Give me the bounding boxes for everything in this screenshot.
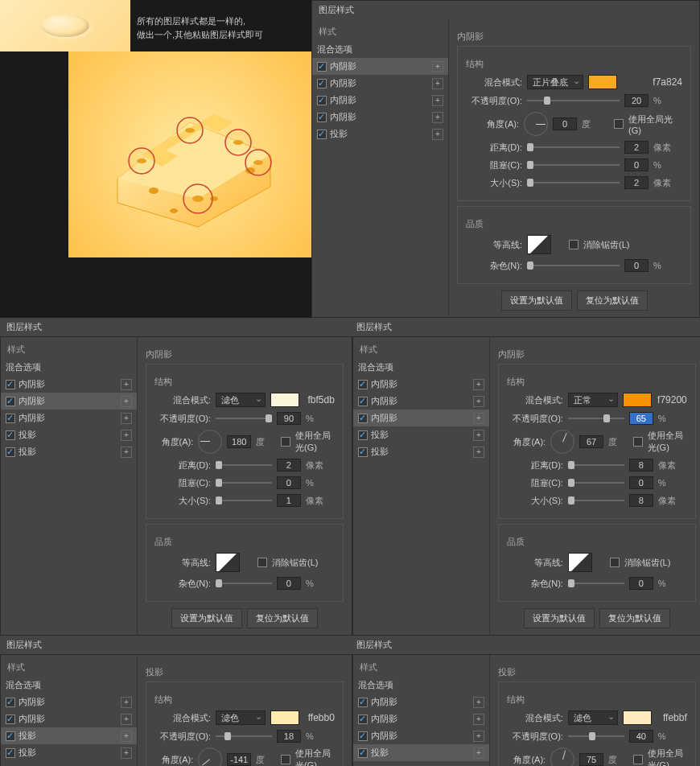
color-swatch[interactable] — [270, 710, 299, 725]
opacity-input[interactable] — [629, 412, 653, 425]
size-input[interactable] — [624, 176, 649, 189]
style-item-innerShadow[interactable]: 内阴影 + — [312, 109, 448, 126]
distance-slider[interactable] — [527, 142, 620, 153]
blend-options-row[interactable]: 混合选项 — [1, 677, 137, 694]
noise-input[interactable] — [624, 259, 649, 272]
add-effect-icon[interactable]: + — [473, 747, 484, 759]
checkbox-icon[interactable] — [317, 130, 327, 139]
contour-picker[interactable] — [527, 235, 551, 254]
style-item-dropShadow[interactable]: 投影 + — [1, 443, 137, 460]
style-item-innerShadow[interactable]: 内阴影 + — [1, 410, 137, 426]
make-default-button[interactable]: 设置为默认值 — [524, 608, 595, 628]
checkbox-icon[interactable] — [6, 380, 15, 389]
style-item-dropShadow[interactable]: 投影 + — [1, 426, 137, 443]
angle-dial[interactable] — [198, 430, 222, 454]
checkbox-icon[interactable] — [6, 447, 15, 457]
style-item-dropShadow[interactable]: 投影 + — [353, 744, 489, 761]
style-item-dropShadow[interactable]: 投影 + — [353, 426, 489, 443]
color-swatch[interactable] — [623, 710, 652, 725]
noise-input[interactable] — [277, 577, 301, 590]
add-effect-icon[interactable]: + — [121, 714, 132, 725]
blend-mode-select[interactable]: 滤色 — [216, 710, 266, 725]
blend-mode-select[interactable]: 正常 — [568, 393, 618, 407]
style-item-innerShadow[interactable]: 内阴影 + — [312, 75, 448, 92]
style-item-innerShadow[interactable]: 内阴影 + — [312, 92, 448, 109]
distance-input[interactable] — [629, 459, 653, 472]
opacity-input[interactable] — [629, 730, 653, 743]
contour-picker[interactable] — [216, 553, 240, 572]
add-effect-icon[interactable]: + — [473, 731, 484, 742]
global-light-checkbox[interactable] — [281, 437, 290, 447]
angle-input[interactable] — [227, 753, 251, 766]
checkbox-icon[interactable] — [6, 748, 15, 758]
add-effect-icon[interactable]: + — [432, 112, 443, 123]
add-effect-icon[interactable]: + — [121, 430, 132, 441]
style-item-innerShadow[interactable]: 内阴影 + — [1, 376, 137, 393]
add-effect-icon[interactable]: + — [121, 379, 132, 390]
noise-slider[interactable] — [216, 578, 272, 589]
checkbox-icon[interactable] — [358, 698, 368, 707]
reset-default-button[interactable]: 复位为默认值 — [247, 608, 318, 628]
checkbox-icon[interactable] — [317, 113, 327, 122]
add-effect-icon[interactable]: + — [432, 61, 443, 72]
checkbox-icon[interactable] — [6, 715, 15, 724]
add-effect-icon[interactable]: + — [473, 447, 484, 458]
size-slider[interactable] — [568, 495, 624, 506]
add-effect-icon[interactable]: + — [473, 396, 484, 407]
distance-input[interactable] — [277, 459, 301, 472]
checkbox-icon[interactable] — [317, 96, 327, 105]
style-item-innerShadow[interactable]: 内阴影 + — [353, 727, 489, 744]
angle-dial[interactable] — [550, 430, 574, 454]
opacity-input[interactable] — [277, 730, 301, 743]
style-item-innerShadow[interactable]: 内阴影 + — [312, 58, 448, 75]
checkbox-icon[interactable] — [358, 748, 368, 758]
distance-slider[interactable] — [216, 459, 272, 471]
antialias-checkbox[interactable] — [569, 240, 579, 249]
checkbox-icon[interactable] — [6, 430, 15, 440]
choke-slider[interactable] — [568, 477, 624, 488]
angle-input[interactable] — [553, 117, 577, 130]
opacity-input[interactable] — [277, 412, 301, 425]
style-item-dropShadow[interactable]: 投影 + — [1, 744, 137, 761]
style-item-dropShadow[interactable]: 投影 + — [1, 727, 137, 744]
global-light-checkbox[interactable] — [614, 119, 624, 129]
size-input[interactable] — [629, 494, 653, 507]
opacity-slider[interactable] — [568, 413, 624, 424]
blend-options-row[interactable]: 混合选项 — [1, 359, 137, 376]
size-slider[interactable] — [527, 177, 620, 188]
checkbox-icon[interactable] — [6, 698, 15, 707]
opacity-slider[interactable] — [216, 731, 272, 742]
choke-slider[interactable] — [216, 477, 272, 488]
style-item-innerShadow[interactable]: 内阴影 + — [1, 694, 137, 710]
checkbox-icon[interactable] — [6, 731, 15, 741]
size-slider[interactable] — [216, 495, 272, 506]
add-effect-icon[interactable]: + — [432, 78, 443, 89]
noise-slider[interactable] — [568, 578, 624, 589]
style-item-innerShadow[interactable]: 内阴影 + — [353, 694, 489, 710]
checkbox-icon[interactable] — [358, 447, 368, 457]
blend-mode-select[interactable]: 滤色 — [568, 710, 618, 725]
choke-input[interactable] — [624, 159, 649, 171]
add-effect-icon[interactable]: + — [121, 447, 132, 458]
opacity-slider[interactable] — [568, 731, 624, 742]
style-item-innerShadow[interactable]: 内阴影 + — [353, 710, 489, 727]
angle-input[interactable] — [227, 435, 251, 448]
angle-input[interactable] — [579, 753, 603, 766]
choke-slider[interactable] — [527, 159, 620, 171]
color-swatch[interactable] — [270, 393, 299, 407]
add-effect-icon[interactable]: + — [121, 731, 132, 742]
make-default-button[interactable]: 设置为默认值 — [501, 290, 572, 311]
checkbox-icon[interactable] — [358, 731, 368, 741]
add-effect-icon[interactable]: + — [121, 413, 132, 424]
global-light-checkbox[interactable] — [633, 437, 643, 447]
add-effect-icon[interactable]: + — [432, 95, 443, 106]
style-item-dropShadow[interactable]: 投影 + — [353, 443, 489, 460]
style-item-innerShadow[interactable]: 内阴影 + — [353, 393, 489, 410]
blend-mode-select[interactable]: 正片叠底 — [527, 75, 583, 89]
blend-options-row[interactable]: 混合选项 — [312, 41, 448, 58]
noise-input[interactable] — [629, 577, 653, 590]
add-effect-icon[interactable]: + — [473, 379, 484, 390]
angle-input[interactable] — [579, 435, 603, 448]
blend-mode-select[interactable]: 滤色 — [216, 393, 266, 407]
checkbox-icon[interactable] — [317, 79, 327, 89]
